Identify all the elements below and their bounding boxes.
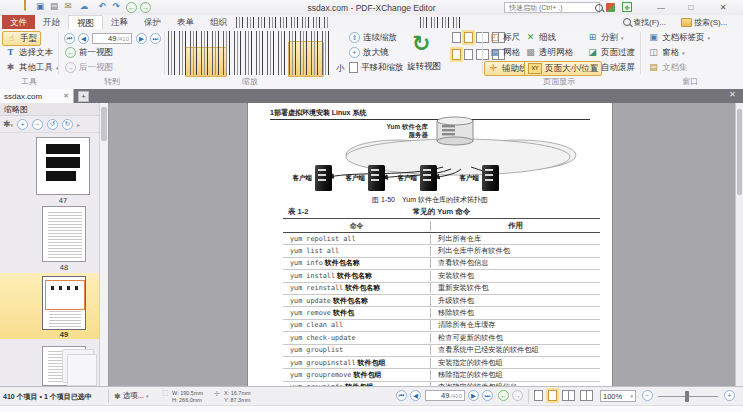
close-tabbar-icon[interactable]: ✕	[729, 90, 736, 99]
ruler-button[interactable]: ◰ 标尺	[486, 31, 523, 44]
zoom-in-thumbs-icon[interactable]: +	[17, 119, 28, 130]
zoom-out-thumbs-icon[interactable]: −	[32, 119, 43, 130]
thumbnail-page-47[interactable]	[36, 137, 90, 195]
hand-tool-button[interactable]: ☝ 手型	[2, 31, 41, 46]
panel-gear-icon[interactable]: ✱▾	[3, 119, 13, 129]
new-tab-button[interactable]: +	[78, 91, 89, 102]
table-row: yum install软件包名称安装软件包	[283, 270, 600, 282]
options-button[interactable]: ✱ 选项... ▾	[114, 391, 148, 401]
viewport-rectangle[interactable]	[45, 280, 85, 310]
rotate-cw-icon[interactable]: ↻	[62, 119, 73, 130]
split-button[interactable]: ⊞ 分割 ▾	[584, 31, 627, 44]
quick-launch-input[interactable]	[507, 3, 595, 12]
ruler-icon: ◰	[489, 32, 500, 43]
two-page-continuous-button[interactable]	[580, 390, 593, 401]
client-tower-icon	[315, 165, 332, 191]
previous-view-button[interactable]: ← 前一视图	[62, 46, 116, 59]
two-page-view-button[interactable]	[562, 390, 575, 401]
thumbnail-page-48[interactable]	[42, 206, 86, 262]
table-row: yum grouplist查看系统中已经安装的软件包组	[283, 345, 600, 357]
client-label: 客户端	[341, 174, 365, 183]
tab-comment[interactable]: 注释	[103, 15, 136, 29]
maximize-button[interactable]: □	[678, 1, 704, 14]
document-tab-bar: ssdax.com ✕ + ✕	[0, 89, 743, 103]
tab-view[interactable]: 视图	[68, 15, 103, 29]
options-gear-icon: ✱	[114, 392, 121, 401]
thumbnails-scrollbar[interactable]	[99, 103, 108, 386]
auto-scroll-button[interactable]: ↕ 自动滚屏	[584, 61, 638, 74]
previous-view-button[interactable]: ←	[498, 390, 509, 401]
window-group-label: 窗口	[645, 76, 735, 87]
thin-lines-icon: ✕	[525, 32, 536, 43]
document-tab[interactable]: ssdax.com ✕	[0, 89, 74, 103]
zoom-slider-thumb[interactable]	[685, 391, 689, 402]
last-page-button[interactable]: ⏭	[482, 390, 493, 401]
tab-protect[interactable]: 保护	[136, 15, 169, 29]
rotate-view-icon[interactable]: ↻	[412, 31, 430, 57]
rotate-ccw-icon[interactable]: ↺	[47, 119, 58, 130]
document-view[interactable]: 1部署虚拟环境安装 Linux 系统 Yum 软件仓库 服务器	[109, 103, 735, 386]
thumbnail-page-49[interactable]	[42, 276, 86, 330]
prev-page-button[interactable]: ◀	[78, 33, 89, 44]
column-header-function: 作用	[430, 221, 600, 231]
panes-button[interactable]: ◫ 窗格 ▾	[645, 46, 688, 59]
next-page-button[interactable]: ▶	[468, 390, 479, 401]
next-view-button[interactable]: → 后一视图	[62, 61, 116, 74]
thin-lines-button[interactable]: ✕ 细线	[522, 31, 559, 44]
apps-grid-icon[interactable]	[606, 3, 615, 12]
find-button[interactable]: 查找(F)...	[620, 16, 669, 28]
single-page-view-button[interactable]	[534, 390, 543, 401]
zoom-group-label: 缩放	[220, 76, 280, 87]
grid-icon: ▦	[489, 47, 500, 58]
thumbnail-label: 48	[37, 263, 91, 272]
page-transition-button[interactable]: ◪ 页面过渡	[584, 46, 638, 59]
transparent-grid-button[interactable]: ▩ 透明网格	[522, 46, 576, 59]
thumbnails-panel-title: 缩略图	[4, 104, 28, 115]
magnifier-button[interactable]: + 放大镜	[346, 46, 392, 59]
tab-organize[interactable]: 组织	[202, 15, 235, 29]
close-button[interactable]: ✕	[710, 1, 736, 14]
table-row: yum reinstall软件包名称重新安装软件包	[283, 283, 600, 295]
document-scrollbar[interactable]	[735, 103, 743, 386]
zoom-out-button[interactable]: −	[642, 390, 653, 401]
continuous-zoom-button[interactable]: ⇕ 连续缩放	[346, 31, 400, 44]
thumbnail-label: 47	[36, 196, 90, 205]
zoom-out-fragment: 小	[336, 63, 345, 75]
minimize-button[interactable]: —	[648, 1, 674, 14]
table-row: yum clean all清除所有仓库缓存	[283, 320, 600, 332]
titlebar: ▣ ▤ ✉ ☁ ↶ ↷ ← → ssdax.com - PDF-XChange …	[0, 0, 743, 16]
close-tab-icon[interactable]: ✕	[63, 92, 69, 100]
pdf-page: 1部署虚拟环境安装 Linux 系统 Yum 软件仓库 服务器	[248, 103, 612, 386]
quick-launch-box[interactable]	[504, 2, 600, 13]
next-view-button[interactable]: →	[512, 390, 523, 401]
gear-icon: ✱	[5, 62, 16, 73]
select-text-button[interactable]: T 选择文本	[2, 46, 56, 59]
continuous-view-button[interactable]	[548, 390, 557, 401]
page-number-field[interactable]: 49 /410	[92, 33, 132, 44]
document-collection-button[interactable]: ▤ 文档集	[645, 61, 691, 74]
panel-overflow-icon[interactable]: ▸	[77, 121, 80, 128]
fit-screen-icon[interactable]: ✥	[622, 2, 632, 12]
first-page-button[interactable]: ⏮	[64, 33, 75, 44]
zoom-level-select[interactable]: 100% ▾	[600, 390, 636, 402]
grid-button[interactable]: ▦ 网格	[486, 46, 523, 59]
next-page-button[interactable]: ▶	[136, 33, 147, 44]
first-page-button[interactable]: ⏮	[396, 390, 407, 401]
tab-home[interactable]: 开始	[35, 15, 68, 29]
status-page-field[interactable]: 49 /410	[425, 390, 465, 401]
tab-file[interactable]: 文件	[2, 15, 35, 29]
page-transition-icon: ◪	[587, 47, 598, 58]
redacted-block	[46, 157, 80, 168]
xy-icon: XY	[528, 63, 542, 74]
search-button[interactable]: 搜索(S)...	[678, 16, 730, 28]
last-page-button[interactable]: ⏭	[150, 33, 161, 44]
zoom-in-button[interactable]: +	[724, 390, 735, 401]
tab-form[interactable]: 表单	[169, 15, 202, 29]
rotate-view-button[interactable]: 旋转视图	[400, 61, 448, 73]
pan-and-zoom-button[interactable]: 平移和缩放	[346, 61, 407, 74]
other-tools-button[interactable]: ✱ 其他工具 ▾	[2, 61, 62, 74]
document-tabs-button[interactable]: ▣ 文档标签页 ▾	[645, 31, 713, 44]
magnifier-icon: +	[349, 47, 360, 58]
client-tower-icon	[482, 165, 499, 191]
prev-page-button[interactable]: ◀	[410, 390, 421, 401]
